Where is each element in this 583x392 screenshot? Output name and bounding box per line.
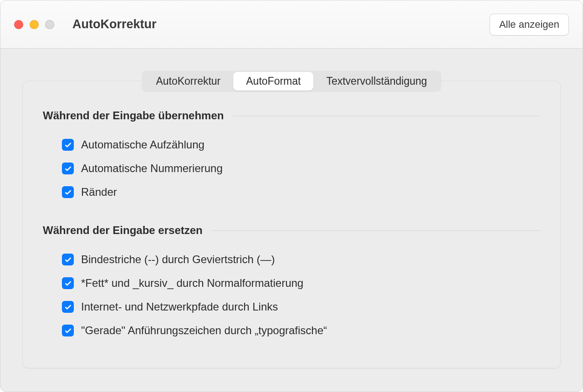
section-divider — [212, 230, 540, 231]
checkbox-borders[interactable] — [62, 186, 74, 198]
tab-autokorrektur[interactable]: AutoKorrektur — [143, 72, 233, 91]
checkbox-row-smart-quotes: "Gerade" Anführungszeichen durch „typogr… — [43, 319, 540, 342]
section-title: Während der Eingabe ersetzen — [43, 224, 203, 237]
titlebar: AutoKorrektur Alle anzeigen — [0, 0, 583, 49]
section-title: Während der Eingabe übernehmen — [43, 109, 224, 122]
checkbox-label: Internet- und Netzwerkpfade durch Links — [81, 300, 278, 313]
checkbox-row-internet-links: Internet- und Netzwerkpfade durch Links — [43, 295, 540, 319]
checkmark-icon — [64, 188, 72, 196]
section-header: Während der Eingabe ersetzen — [43, 224, 540, 237]
checkbox-label: Automatische Aufzählung — [81, 138, 205, 151]
checkmark-icon — [64, 327, 72, 335]
checkbox-row-bold-italic: *Fett* und _kursiv_ durch Normalformatie… — [43, 271, 540, 295]
checkbox-label: *Fett* und _kursiv_ durch Normalformatie… — [81, 277, 303, 290]
checkbox-bold-italic[interactable] — [62, 277, 74, 289]
section-replace-as-you-type: Während der Eingabe ersetzen Bindestrich… — [43, 224, 540, 342]
checkbox-label: Bindestriche (--) durch Geviertstrich (—… — [81, 253, 275, 266]
tab-autoformat[interactable]: AutoFormat — [233, 72, 313, 91]
checkbox-smart-quotes[interactable] — [62, 325, 74, 336]
checkbox-auto-number[interactable] — [62, 163, 74, 174]
section-divider — [233, 116, 540, 116]
section-header: Während der Eingabe übernehmen — [43, 109, 540, 122]
zoom-window-button — [45, 20, 54, 29]
checkmark-icon — [64, 165, 72, 173]
minimize-window-button[interactable] — [30, 20, 39, 29]
window: AutoKorrektur Alle anzeigen AutoKorrektu… — [0, 0, 583, 392]
checkbox-label: "Gerade" Anführungszeichen durch „typogr… — [81, 324, 327, 337]
checkbox-row-hyphens-emdash: Bindestriche (--) durch Geviertstrich (—… — [43, 248, 540, 271]
checkbox-internet-links[interactable] — [62, 301, 74, 313]
traffic-lights — [14, 20, 54, 29]
show-all-button[interactable]: Alle anzeigen — [490, 14, 569, 36]
checkbox-label: Ränder — [81, 186, 117, 199]
content-area: AutoKorrektur AutoFormat Textvervollstän… — [0, 49, 583, 392]
checkmark-icon — [64, 280, 72, 287]
checkbox-row-auto-number: Automatische Nummerierung — [43, 157, 540, 180]
close-window-button[interactable] — [14, 20, 23, 29]
checkbox-label: Automatische Nummerierung — [81, 162, 223, 175]
checkmark-icon — [64, 141, 72, 149]
window-title: AutoKorrektur — [72, 17, 157, 31]
tab-textvervollstaendigung[interactable]: Textvervollständigung — [313, 72, 440, 91]
checkbox-hyphens-emdash[interactable] — [62, 254, 74, 265]
section-apply-as-you-type: Während der Eingabe übernehmen Automatis… — [43, 109, 540, 204]
checkbox-auto-bullet[interactable] — [62, 139, 74, 151]
checkbox-row-auto-bullet: Automatische Aufzählung — [43, 133, 540, 157]
checkbox-row-borders: Ränder — [43, 180, 540, 204]
checkmark-icon — [64, 256, 72, 264]
settings-panel: Während der Eingabe übernehmen Automatis… — [22, 81, 561, 368]
tab-strip: AutoKorrektur AutoFormat Textvervollstän… — [142, 71, 441, 92]
checkmark-icon — [64, 303, 72, 311]
